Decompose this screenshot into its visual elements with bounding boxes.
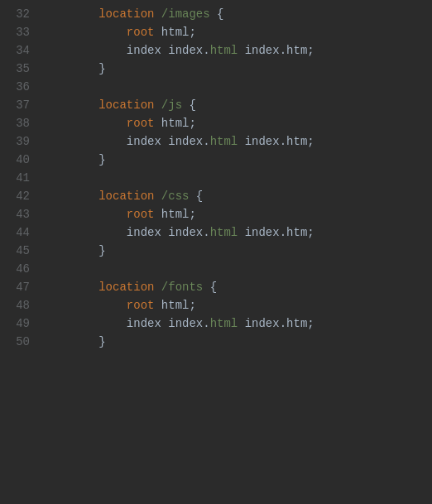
- code-line: 38 root html;: [0, 114, 432, 132]
- code-line: 37 location /js {: [0, 96, 432, 114]
- line-number: 38: [0, 114, 43, 132]
- code-line: 49 index index.html index.htm;: [0, 314, 432, 333]
- line-code: index index.html index.htm;: [43, 132, 432, 151]
- line-number: 35: [0, 60, 43, 78]
- code-line: 44 index index.html index.htm;: [0, 223, 432, 242]
- code-line: 33 root html;: [0, 23, 432, 41]
- line-number: 34: [0, 41, 43, 60]
- code-editor: 32 location /images {33 root html;34 ind…: [0, 0, 432, 504]
- line-code: root html;: [43, 205, 432, 223]
- line-code: }: [43, 242, 432, 260]
- line-number: 48: [0, 296, 43, 314]
- code-line: 34 index index.html index.htm;: [0, 41, 432, 60]
- line-number: 37: [0, 96, 43, 114]
- line-code: location /fonts {: [43, 278, 432, 296]
- code-line: 36: [0, 78, 432, 96]
- code-line: 40 }: [0, 151, 432, 169]
- line-number: 44: [0, 223, 43, 242]
- line-code: index index.html index.htm;: [43, 41, 432, 60]
- code-line: 48 root html;: [0, 296, 432, 314]
- code-line: 41: [0, 169, 432, 187]
- line-number: 47: [0, 278, 43, 296]
- line-code: location /js {: [43, 96, 432, 114]
- code-line: 46: [0, 260, 432, 278]
- code-line: 39 index index.html index.htm;: [0, 132, 432, 151]
- code-line: 45 }: [0, 242, 432, 260]
- line-number: 43: [0, 205, 43, 223]
- line-code: index index.html index.htm;: [43, 314, 432, 333]
- line-number: 46: [0, 260, 43, 278]
- code-line: 32 location /images {: [0, 5, 432, 23]
- line-code: }: [43, 60, 432, 78]
- line-number: 49: [0, 314, 43, 333]
- line-code: }: [43, 151, 432, 169]
- line-number: 33: [0, 23, 43, 41]
- code-line: 42 location /css {: [0, 187, 432, 205]
- line-number: 36: [0, 78, 43, 96]
- line-number: 40: [0, 151, 43, 169]
- code-line: 43 root html;: [0, 205, 432, 223]
- line-number: 39: [0, 132, 43, 151]
- line-code: [43, 169, 432, 187]
- code-line: 35 }: [0, 60, 432, 78]
- line-code: location /images {: [43, 5, 432, 23]
- line-number: 45: [0, 242, 43, 260]
- code-line: 47 location /fonts {: [0, 278, 432, 296]
- line-code: location /css {: [43, 187, 432, 205]
- code-line: 50 }: [0, 333, 432, 351]
- line-code: }: [43, 333, 432, 351]
- line-number: 32: [0, 5, 43, 23]
- line-code: root html;: [43, 114, 432, 132]
- line-code: root html;: [43, 23, 432, 41]
- line-code: root html;: [43, 296, 432, 314]
- line-number: 42: [0, 187, 43, 205]
- line-code: [43, 260, 432, 278]
- line-number: 41: [0, 169, 43, 187]
- line-number: 50: [0, 333, 43, 351]
- line-code: index index.html index.htm;: [43, 223, 432, 242]
- line-code: [43, 78, 432, 96]
